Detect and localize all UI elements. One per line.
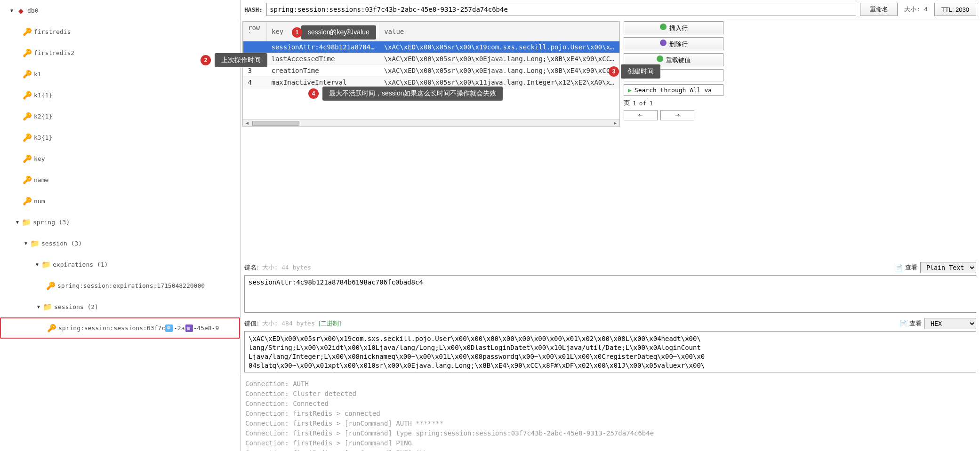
insert-row-button[interactable]: 插入行 bbox=[624, 21, 723, 34]
value-format-select[interactable]: HEX bbox=[924, 318, 976, 329]
key-label: k3{1} bbox=[34, 134, 52, 141]
key-field-section: 键名: 大小: 44 bytes 查看 Plain Text sessionAt… bbox=[244, 262, 976, 314]
tree-folder-expirations[interactable]: expirations (1) bbox=[0, 254, 240, 275]
callout-2: 2上次操作时间 bbox=[215, 53, 267, 67]
rename-button[interactable]: 重命名 bbox=[860, 3, 898, 16]
key-text-area[interactable]: sessionAttr:4c98b121a8784b6198ac706fc0ba… bbox=[244, 275, 976, 313]
type-label: HASH: bbox=[244, 6, 263, 13]
tree-key-selected[interactable]: spring:session:sessions:03f7c-2a-45e8-9 bbox=[0, 317, 240, 339]
prev-page-button[interactable]: ⇐ bbox=[624, 110, 658, 120]
tree-folder-spring[interactable]: spring (3) bbox=[0, 212, 240, 233]
log-line: Connection: Connected bbox=[245, 399, 975, 409]
folder-icon bbox=[23, 219, 30, 226]
log-line: Connection: firstRedis > [runCommand] ty… bbox=[245, 428, 975, 438]
tree-key-expiration[interactable]: spring:session:expirations:1715048220000 bbox=[0, 275, 240, 296]
trash-icon[interactable] bbox=[185, 324, 193, 332]
view-icon bbox=[899, 320, 907, 327]
callout-text: session的key和value bbox=[308, 28, 370, 37]
page-label: 页 bbox=[624, 99, 630, 107]
tree-key[interactable]: k2{1} bbox=[0, 106, 240, 127]
folder-label: sessions (2) bbox=[54, 303, 98, 310]
caret-icon bbox=[14, 219, 21, 226]
cell-value: \xAC\xED\x00\x05sr\x00\x19com.sxs.seckil… bbox=[379, 41, 619, 53]
key-label: k1{1} bbox=[34, 92, 52, 99]
trash-icon bbox=[660, 40, 667, 46]
callout-text: 上次操作时间 bbox=[221, 56, 261, 64]
folder-label: session (3) bbox=[41, 240, 82, 247]
table-row[interactable]: 3 creationTime \xAC\xED\x00\x05sr\x00\x0… bbox=[243, 65, 619, 77]
log-line: Connection: firstRedis > [runCommand] IN… bbox=[245, 448, 975, 451]
tree-db[interactable]: db0 bbox=[0, 0, 240, 21]
cell-row bbox=[243, 41, 267, 53]
file-icon[interactable] bbox=[165, 324, 173, 332]
callout-3: 3创建时间 bbox=[621, 64, 660, 79]
value-text-area[interactable]: \xAC\xED\x00\x05sr\x00\x19com.sxs.seckil… bbox=[244, 331, 976, 372]
caret-icon bbox=[34, 261, 40, 268]
table-row[interactable]: sessionAttr:4c98b121a8784… \xAC\xED\x00\… bbox=[243, 41, 619, 53]
key-label: k2{1} bbox=[34, 113, 52, 120]
table-row[interactable]: 2 lastAccessedTime \xAC\xED\x00\x05sr\x0… bbox=[243, 53, 619, 65]
tree-key[interactable]: k1{1} bbox=[0, 85, 240, 106]
next-page-button[interactable]: ⇒ bbox=[660, 110, 694, 120]
action-panel: 插入行 删除行 重载键值 ▶Search through All va 页 1 … bbox=[622, 19, 725, 260]
page-nav: 页 1 of 1 bbox=[624, 99, 723, 107]
top-bar: HASH: 重命名 大小: 4 TTL: 2030 bbox=[241, 0, 980, 19]
col-header-value[interactable]: value bbox=[379, 22, 619, 41]
key-label: key bbox=[34, 155, 45, 162]
log-line: Connection: firstRedis > connected bbox=[245, 409, 975, 419]
cell-value: \xAC\xED\x00\x05sr\x00\x0Ejava.lang.Long… bbox=[379, 65, 619, 77]
search-all-button[interactable]: ▶Search through All va bbox=[624, 84, 723, 96]
tree-folder-session[interactable]: session (3) bbox=[0, 233, 240, 254]
callout-text: 最大不活跃时间，session如果这么长时间不操作就会失效 bbox=[329, 89, 496, 98]
tree-key[interactable]: name bbox=[0, 169, 240, 190]
value-size: 大小: 484 bytes bbox=[262, 319, 315, 328]
callout-4: 4最大不活跃时间，session如果这么长时间不操作就会失效 bbox=[322, 87, 503, 101]
key-icon bbox=[24, 134, 31, 142]
log-line: Connection: Cluster detected bbox=[245, 389, 975, 399]
callout-num: 1 bbox=[292, 27, 302, 38]
key-name-input[interactable] bbox=[266, 3, 856, 16]
page-num: 1 bbox=[633, 100, 636, 107]
caret-icon bbox=[35, 304, 42, 310]
page-of: of bbox=[639, 100, 647, 107]
key-label: spring:session:expirations:1715048220000 bbox=[57, 282, 205, 289]
tree-key[interactable]: firstredis bbox=[0, 21, 240, 42]
key-icon bbox=[24, 198, 31, 205]
cell-row: 4 bbox=[243, 77, 267, 88]
plus-icon bbox=[660, 24, 667, 30]
tree-key[interactable]: num bbox=[0, 190, 240, 212]
delete-row-button[interactable]: 删除行 bbox=[624, 37, 723, 50]
key-format-select[interactable]: Plain Text bbox=[920, 262, 976, 273]
play-icon: ▶ bbox=[628, 87, 632, 94]
value-field-section: 键值: 大小: 484 bytes [二进制] 查看 HEX \xAC\xED\… bbox=[244, 318, 976, 374]
key-icon bbox=[24, 113, 31, 120]
key-label-part: -2a bbox=[174, 324, 185, 332]
ttl-button[interactable]: TTL: 2030 bbox=[934, 3, 976, 16]
binary-label: [二进制] bbox=[319, 319, 341, 328]
view-label: 查看 bbox=[905, 263, 917, 272]
key-icon bbox=[24, 155, 31, 163]
cell-key: lastAccessedTime bbox=[267, 53, 379, 65]
key-size: 大小: 44 bytes bbox=[262, 263, 311, 272]
cell-key: creationTime bbox=[267, 65, 379, 77]
tree-key[interactable]: k3{1} bbox=[0, 127, 240, 148]
key-icon bbox=[24, 71, 31, 78]
db-icon bbox=[17, 7, 24, 15]
tree-key[interactable]: k1 bbox=[0, 63, 240, 85]
log-line: Connection: firstRedis > [runCommand] PI… bbox=[245, 438, 975, 448]
key-label: name bbox=[34, 176, 48, 183]
key-label-part: -45e8-9 bbox=[193, 324, 219, 332]
folder-label: expirations (1) bbox=[53, 261, 108, 268]
tree-key[interactable]: key bbox=[0, 148, 240, 169]
folder-label: spring (3) bbox=[33, 219, 70, 226]
page-total: 1 bbox=[649, 100, 653, 107]
tree-folder-sessions[interactable]: sessions (2) bbox=[0, 296, 240, 317]
folder-icon bbox=[44, 303, 51, 311]
key-icon bbox=[48, 324, 56, 332]
key-label: firstredis2 bbox=[34, 49, 74, 56]
col-header-row[interactable]: row ` bbox=[243, 22, 267, 41]
horizontal-scrollbar[interactable] bbox=[243, 119, 619, 127]
reload-icon bbox=[657, 55, 663, 62]
key-icon bbox=[47, 282, 55, 290]
folder-icon bbox=[31, 240, 39, 247]
